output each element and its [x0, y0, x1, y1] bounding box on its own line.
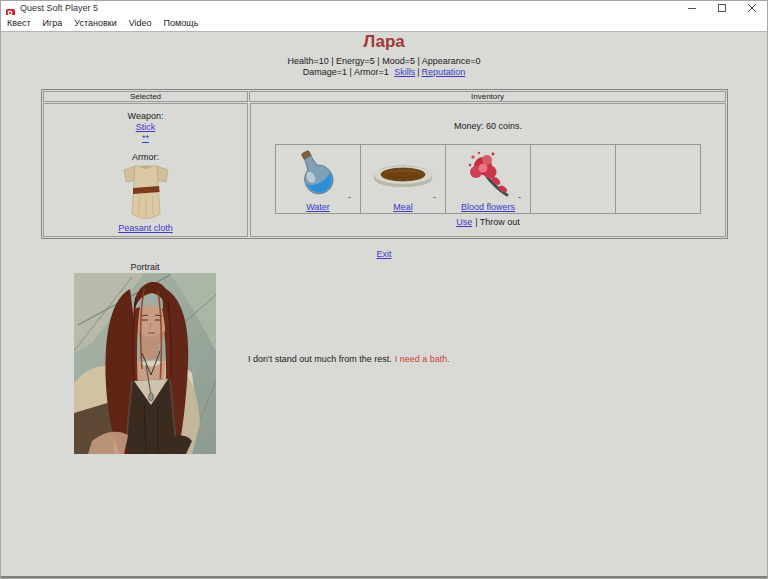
item-quantity-mark: - — [518, 192, 521, 202]
portrait-image — [74, 273, 216, 454]
item-actions: Use| Throw out — [251, 217, 725, 227]
skills-link[interactable]: Skills — [394, 67, 415, 77]
weapon-durability-link[interactable]: ** — [44, 133, 247, 143]
selected-panel-header: Selected — [43, 91, 248, 102]
close-button[interactable] — [737, 1, 767, 15]
menu-bar: Квест Игра Установки Video Помощь — [1, 15, 767, 32]
selected-panel: Weapon: Stick ** Armor: Peasant cloth — [43, 103, 248, 237]
panel-header-row: Selected Inventory — [42, 90, 727, 102]
reputation-link[interactable]: Reputation — [422, 67, 466, 77]
inventory-slot-meal: - Meal — [360, 144, 446, 214]
item-link-meal[interactable]: Meal — [361, 202, 445, 212]
stats-line-1: Health=10 | Energy=5 | Mood=5 | Appearan… — [1, 56, 767, 67]
inventory-panel: Money: 60 coins. — [250, 103, 726, 237]
throw-out-action[interactable]: | Throw out — [475, 217, 520, 227]
menu-help[interactable]: Помощь — [164, 18, 207, 28]
inventory-panel-header: Inventory — [249, 91, 726, 102]
inventory-slot-empty — [615, 144, 701, 214]
armor-label: Armor: — [44, 152, 247, 162]
menu-game[interactable]: Игра — [43, 18, 71, 28]
item-link-blood-flowers[interactable]: Blood flowers — [446, 202, 530, 212]
weapon-label: Weapon: — [44, 111, 247, 121]
menu-settings[interactable]: Установки — [74, 18, 124, 28]
close-icon — [748, 4, 756, 12]
stats-block: Health=10 | Energy=5 | Mood=5 | Appearan… — [1, 56, 767, 78]
dialogue-normal: I don't stand out much from the rest. — [248, 354, 392, 364]
exit-link[interactable]: Exit — [376, 249, 391, 259]
peasant-tunic-icon — [123, 164, 169, 220]
panel-table: Selected Inventory Weapon: Stick ** Armo… — [41, 89, 728, 239]
meal-plate-icon — [361, 161, 445, 191]
water-bottle-icon — [276, 148, 360, 198]
money-text: Money: 60 coins. — [251, 121, 725, 131]
title-bar: Quest Soft Player 5 — [1, 1, 767, 15]
dialogue-highlight: I need a bath. — [395, 354, 450, 364]
menu-video[interactable]: Video — [129, 18, 160, 28]
menu-quest[interactable]: Квест — [7, 18, 39, 28]
armor-link[interactable]: Peasant cloth — [44, 223, 247, 233]
minimize-icon — [688, 4, 696, 12]
item-quantity-mark: - — [433, 192, 436, 202]
maximize-icon — [718, 4, 726, 12]
qsp-logo-icon — [6, 4, 15, 13]
minimize-button[interactable] — [677, 1, 707, 15]
app-window: Quest Soft Player 5 Квест Игра Установки… — [0, 0, 768, 579]
window-bottom-edge — [1, 576, 767, 578]
panel-body-row: Weapon: Stick ** Armor: Peasant cloth Mo… — [42, 102, 727, 238]
item-quantity-mark: - — [348, 192, 351, 202]
portrait-label: Portrait — [74, 262, 216, 272]
weapon-link[interactable]: Stick — [44, 122, 247, 132]
item-link-water[interactable]: Water — [276, 202, 360, 212]
exit-row: Exit — [1, 249, 767, 259]
inventory-slot-blood-flowers: - Blood flowers — [445, 144, 531, 214]
stats-line-2: Damage=1 | Armor=1 Skills|Reputation — [1, 67, 767, 78]
stats-separator: | — [417, 67, 419, 77]
inventory-slot-water: - Water — [275, 144, 361, 214]
inventory-grid: - Water — [251, 144, 725, 214]
inventory-slot-empty — [530, 144, 616, 214]
maximize-button[interactable] — [707, 1, 737, 15]
stats-line-2-prefix: Damage=1 | Armor=1 — [303, 67, 389, 77]
window-controls — [677, 1, 767, 15]
dialogue-text: I don't stand out much from the rest.I n… — [248, 354, 450, 364]
use-link[interactable]: Use — [456, 217, 472, 227]
character-name: Лара — [1, 32, 767, 52]
window-title: Quest Soft Player 5 — [20, 3, 98, 13]
